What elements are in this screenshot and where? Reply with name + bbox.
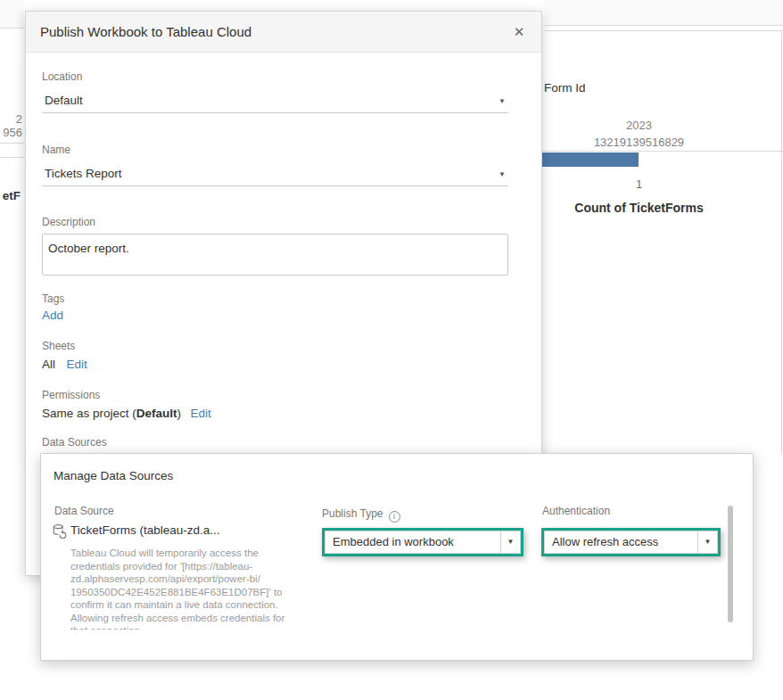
dropdown-caret-button[interactable]: ▼ (697, 531, 717, 553)
manage-data-sources-panel: Manage Data Sources Data Source Publish … (40, 453, 754, 661)
chart-axis-tick: 1 (542, 177, 736, 191)
dialog-header: Publish Workbook to Tableau Cloud ✕ (26, 12, 541, 53)
data-sources-label: Data Sources (42, 436, 107, 449)
permissions-project-name: Default (136, 407, 177, 420)
column-header-publish-type: Publish Type (322, 507, 383, 520)
authentication-dropdown[interactable]: Allow refresh access ▼ (541, 528, 721, 556)
panel-scrollbar-thumb[interactable] (728, 506, 733, 622)
data-source-icon (52, 523, 67, 539)
column-header-authentication: Authentication (542, 505, 610, 517)
column-header-data-source: Data Source (54, 505, 114, 517)
permissions-label: Permissions (42, 389, 100, 401)
description-label: Description (42, 216, 95, 228)
info-icon[interactable]: i (389, 511, 400, 523)
tags-add-link[interactable]: Add (42, 309, 63, 322)
location-dropdown[interactable]: Default ▼ (42, 88, 508, 113)
permissions-value-suffix: ) (177, 407, 182, 420)
chevron-down-icon: ▼ (507, 538, 515, 546)
clipped-axis-title: etF (0, 189, 21, 202)
chart-bar (542, 152, 639, 167)
chart-pane-title: Form Id (544, 81, 586, 95)
permissions-row: Same as project (Default) Edit (42, 405, 211, 421)
data-source-credentials-note: Tableau Cloud will temporarily access th… (70, 547, 299, 630)
authentication-value: Allow refresh access (552, 531, 658, 553)
location-label: Location (42, 70, 82, 83)
pane-border-right (781, 30, 782, 455)
chart-axis-title: Count of TicketForms (542, 201, 736, 215)
chevron-down-icon: ▼ (499, 170, 506, 178)
background-toolbar-strip-right (545, 0, 783, 26)
clipped-row-header-digit: 2 (0, 112, 22, 126)
sheets-row: All Edit (42, 356, 87, 372)
panel-title: Manage Data Sources (54, 469, 173, 482)
sheets-edit-link[interactable]: Edit (66, 358, 87, 371)
pane-divider (545, 30, 783, 31)
location-value: Default (45, 94, 83, 107)
chart-row-header-year: 2023 (542, 117, 736, 134)
publish-type-dropdown[interactable]: Embedded in workbook ▼ (322, 528, 523, 556)
clipped-row-header-number: 956 (0, 126, 22, 139)
chevron-down-icon: ▼ (705, 538, 712, 546)
dialog-title: Publish Workbook to Tableau Cloud (40, 12, 251, 53)
axis-line-left-2 (0, 157, 24, 158)
name-dropdown[interactable]: Tickets Report ▼ (42, 161, 508, 186)
data-source-name: TicketForms (tableau-zd.a... (70, 523, 220, 537)
name-label: Name (42, 144, 70, 156)
chevron-down-icon: ▼ (499, 97, 506, 105)
app-screen: 2 956 etF Form Id 2023 13219139516829 1 … (0, 0, 783, 700)
permissions-value-prefix: Same as project ( (42, 407, 136, 420)
sheets-label: Sheets (42, 340, 75, 352)
axis-line-left (0, 143, 24, 144)
tags-label: Tags (42, 292, 64, 305)
chart-row-header-id: 13219139516829 (542, 134, 736, 151)
permissions-edit-link[interactable]: Edit (191, 407, 211, 420)
column-header-publish-type-wrap: Publish Typei (322, 505, 400, 523)
background-toolbar-strip-left (0, 0, 24, 29)
sheets-value: All (42, 358, 55, 371)
publish-type-value: Embedded in workbook (333, 531, 454, 553)
name-value: Tickets Report (45, 167, 122, 180)
close-icon[interactable]: ✕ (506, 12, 532, 53)
description-input[interactable]: October report. (42, 234, 508, 276)
chart-axis-line (542, 151, 783, 152)
dropdown-caret-button[interactable]: ▼ (500, 531, 520, 553)
